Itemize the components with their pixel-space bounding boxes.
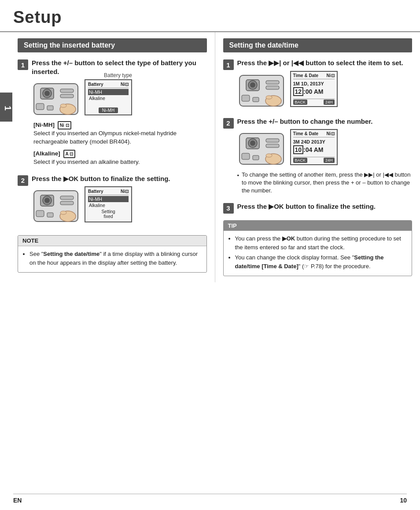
svg-rect-24 [266, 81, 279, 84]
left-step-2: 2 Press the ▶OK button to finalize the s… [18, 174, 207, 229]
left-step-1-content: Press the +/– button to select the type … [32, 59, 207, 170]
tip-item-1: You can press the ▶OK button during the … [235, 234, 407, 251]
right-step-1-num: 1 [223, 59, 234, 70]
right-step-3-content: Press the ▶OK button to finalize the set… [237, 202, 413, 214]
dt-screen2-time-highlight: 10 [293, 145, 304, 154]
svg-rect-17 [47, 213, 53, 217]
screen2-title: Battery [88, 189, 103, 194]
camera-illustration-1 [32, 79, 80, 117]
battery-screen-1: Battery Ni⊡ Ni-MH Alkaline Ni-MH [85, 79, 132, 115]
right-step-1-images: Time & Date Ni⊡ 1M 1D, 2013Y 12:00 AM BA… [237, 71, 413, 108]
svg-point-29 [266, 96, 272, 99]
dt-screen2-back: BACK [293, 158, 308, 163]
page-title: Setup [13, 8, 62, 26]
dt-screen1-back: BACK [293, 100, 308, 105]
alkaline-desc: [Alkaline] A ⊡ Select if you inserted an… [32, 150, 207, 166]
note-box: NOTE See "Setting the date/time" if a ti… [18, 235, 207, 273]
right-step-3: 3 Press the ▶OK button to finalize the s… [223, 202, 413, 214]
screen2-alkaline: Alkaline [88, 202, 129, 208]
right-step-2-title: Press the +/– button to change the numbe… [237, 117, 413, 126]
right-column: Setting the date/time 1 Press the ▶▶| or… [215, 32, 420, 282]
note-item-1: See "Setting the date/time" if a time di… [29, 250, 201, 267]
svg-rect-34 [266, 139, 279, 142]
screen2-title-bar: Battery Ni⊡ [88, 189, 129, 195]
svg-rect-6 [36, 103, 44, 110]
left-step-1-images: Battery type Battery Ni⊡ Ni-MH Alkaline … [32, 79, 207, 117]
alkaline-icon: A ⊡ [63, 150, 76, 158]
nimh-icon: Ni ⊡ [58, 121, 71, 129]
svg-rect-37 [253, 155, 259, 160]
right-step-2-num: 2 [223, 118, 234, 129]
camera-illustration-2 [32, 186, 80, 224]
screen1-title-bar: Battery Ni⊡ [88, 82, 129, 88]
svg-rect-36 [242, 153, 250, 159]
dt-screen1-time-highlight: 12 [293, 87, 304, 96]
dt-screen2-bottom: BACK 24H [293, 157, 335, 163]
dt-screen2-mode: 24H [324, 158, 335, 163]
left-step-2-title: Press the ▶OK button to finalize the set… [32, 174, 207, 183]
dt-screen1-date: 1M 1D, 2013Y [293, 81, 335, 86]
svg-rect-26 [242, 95, 250, 101]
svg-point-13 [44, 198, 50, 203]
screen1-alkaline: Alkaline [88, 95, 129, 101]
bullet-text-1: To change the setting of another item, p… [242, 171, 412, 195]
right-step-3-num: 3 [223, 203, 234, 214]
left-step-1: 1 Press the +/– button to select the typ… [18, 59, 207, 170]
dt-screen-1: Time & Date Ni⊡ 1M 1D, 2013Y 12:00 AM BA… [290, 71, 338, 107]
svg-point-19 [60, 211, 66, 214]
dt-screen1-mode: 24H [324, 100, 335, 105]
left-step-2-images: Battery Ni⊡ Ni-MH Alkaline Settingfixed [32, 186, 207, 224]
svg-rect-5 [60, 94, 74, 98]
svg-point-39 [266, 154, 272, 157]
dt-screen1-time: 12:00 AM [293, 88, 335, 95]
dt-screen2-date: 3M 24D 2013Y [293, 139, 335, 144]
dt-screen1-bottom: BACK 24H [293, 99, 335, 105]
left-step-2-num: 2 [18, 175, 28, 186]
side-tab: 1 Setup [0, 92, 12, 122]
dt-screen2-batt: Ni⊡ [327, 131, 335, 136]
right-section-header: Setting the date/time [223, 38, 413, 52]
nimh-desc: [Ni-MH] Ni ⊡ Select if you inserted an O… [32, 121, 207, 146]
tip-item-2: You can change the clock display format.… [235, 253, 407, 270]
side-tab-number: 1 [3, 106, 13, 111]
screen1-button-bar: Ni-MH [87, 107, 129, 113]
svg-point-23 [250, 82, 255, 88]
svg-point-3 [44, 91, 50, 96]
nimh-label: [Ni-MH] [33, 122, 55, 128]
svg-point-9 [60, 104, 66, 107]
right-step-1: 1 Press the ▶▶| or |◀◀ button to select … [223, 59, 413, 113]
battery-type-label: Battery type [104, 72, 132, 78]
page-footer: EN 10 [13, 494, 407, 504]
screen2-batt-icon: Ni⊡ [121, 189, 129, 194]
svg-rect-15 [60, 201, 74, 205]
right-step-1-content: Press the ▶▶| or |◀◀ button to select th… [237, 59, 413, 113]
side-tab-label: Setup [15, 97, 21, 117]
screen1-title: Battery [88, 82, 103, 87]
svg-rect-14 [60, 196, 74, 200]
left-step-2-content: Press the ▶OK button to finalize the set… [32, 174, 207, 229]
dt-screen1-title: Time & Date Ni⊡ [293, 73, 335, 79]
svg-rect-4 [60, 89, 74, 92]
left-column: Setting the inserted battery 1 Press the… [13, 32, 215, 282]
dt-screen1-batt: Ni⊡ [327, 73, 335, 78]
svg-rect-27 [253, 97, 259, 102]
note-body: See "Setting the date/time" if a time di… [18, 246, 206, 272]
camera-illustration-3 [237, 71, 286, 108]
camera-illustration-4 [237, 129, 286, 166]
note-header: NOTE [18, 236, 206, 246]
right-step-2-note: • To change the setting of another item,… [237, 171, 413, 195]
svg-rect-25 [266, 86, 279, 89]
tip-header: TIP [224, 221, 412, 231]
svg-rect-16 [36, 211, 44, 217]
screen1-nimh-btn: Ni-MH [99, 107, 118, 113]
svg-rect-7 [47, 106, 53, 110]
nimh-description: Select if you inserted an Olympus nickel… [33, 130, 177, 145]
right-step-1-title: Press the ▶▶| or |◀◀ button to select th… [237, 59, 413, 67]
bullet-dot-1: • [237, 172, 239, 195]
battery-screen-2: Battery Ni⊡ Ni-MH Alkaline Settingfixed [85, 186, 132, 222]
dt-screen2-title: Time & Date Ni⊡ [293, 131, 335, 137]
footer-page-number: 10 [400, 497, 407, 504]
alkaline-label: [Alkaline] [33, 150, 60, 157]
left-section-header: Setting the inserted battery [18, 38, 207, 52]
alkaline-description: Select if you inserted an alkaline batte… [33, 159, 140, 165]
